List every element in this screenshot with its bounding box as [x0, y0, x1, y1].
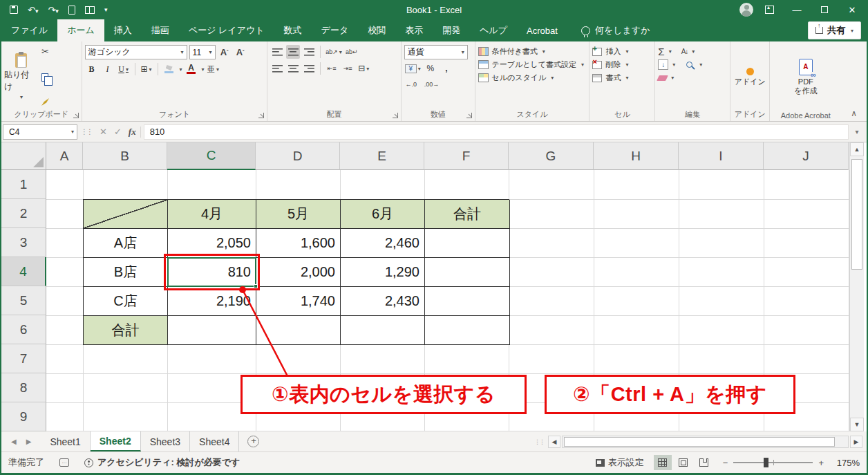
column-header-e[interactable]: E [340, 142, 424, 170]
comma-style-button[interactable]: , [440, 62, 453, 75]
table-corner-cell[interactable] [84, 200, 168, 229]
autosum-button[interactable]: Σ [658, 46, 664, 57]
cell-e4[interactable]: 1,290 [341, 258, 425, 287]
tab-formulas[interactable]: 数式 [274, 19, 312, 41]
header-cell-may[interactable]: 5月 [256, 200, 341, 229]
insert-function-icon[interactable]: fx [129, 127, 136, 138]
row-header-2[interactable]: 2 [1, 199, 46, 228]
tab-help[interactable]: ヘルプ [470, 19, 517, 41]
merge-center-button[interactable]: ⊟▾ [357, 62, 370, 75]
zoom-slider-thumb[interactable] [764, 458, 768, 467]
scroll-down-icon[interactable]: ▼ [850, 418, 864, 431]
conditional-formatting-button[interactable]: 条件付き書式▾ [478, 45, 587, 58]
addins-button[interactable]: アドイン [733, 45, 766, 109]
expand-formula-bar-icon[interactable]: ▾ [849, 128, 865, 136]
row-header-6[interactable]: 6 [1, 315, 46, 344]
formula-input[interactable]: 810 [144, 124, 849, 140]
tab-data[interactable]: データ [312, 19, 359, 41]
vertical-scroll-thumb[interactable] [851, 159, 862, 270]
tab-developer[interactable]: 開発 [433, 19, 470, 41]
orientation-button[interactable]: ab↗▾ [325, 45, 343, 59]
row-header-8[interactable]: 8 [1, 373, 46, 402]
horizontal-scroll-thumb[interactable] [564, 437, 835, 447]
fill-color-button[interactable] [162, 62, 176, 76]
cell-c6[interactable] [168, 316, 256, 345]
underline-button[interactable]: U▾ [117, 62, 131, 76]
scroll-left-icon[interactable]: ◀ [548, 436, 560, 448]
tab-insert[interactable]: 挿入 [104, 19, 142, 41]
row-header-3[interactable]: 3 [1, 228, 46, 257]
enter-icon[interactable]: ✓ [114, 127, 122, 137]
column-header-c[interactable]: C [167, 142, 256, 170]
tab-view[interactable]: 表示 [395, 19, 433, 41]
column-header-h[interactable]: H [594, 142, 679, 170]
name-box[interactable]: C4▾ [3, 124, 77, 140]
format-cells-button[interactable]: 書式▾ [592, 71, 652, 84]
format-as-table-button[interactable]: テーブルとして書式設定▾ [478, 58, 587, 71]
align-middle-icon[interactable] [286, 45, 300, 59]
maximize-button[interactable] [813, 1, 836, 19]
sheet-tab-sheet3[interactable]: Sheet3 [141, 431, 190, 451]
wrap-text-button[interactable]: ab↵ [345, 45, 359, 59]
account-avatar[interactable] [739, 3, 753, 17]
row-header-9[interactable]: 9 [1, 402, 46, 431]
page-layout-view-button[interactable] [674, 455, 692, 470]
zoom-in-icon[interactable]: + [818, 458, 824, 468]
align-top-icon[interactable] [270, 45, 284, 59]
decrease-decimal-button[interactable]: .00→ [424, 77, 440, 91]
cell-c5[interactable]: 2,190 [168, 287, 256, 316]
column-header-j[interactable]: J [764, 142, 849, 170]
align-bottom-icon[interactable] [302, 45, 316, 59]
font-size-combo[interactable]: 11▾ [189, 45, 216, 59]
form-icon[interactable] [85, 6, 95, 14]
cancel-icon[interactable]: ✕ [100, 127, 107, 137]
column-header-b[interactable]: B [83, 142, 167, 170]
sheet-tab-sheet2[interactable]: Sheet2 [91, 431, 141, 451]
cell-d6[interactable] [256, 316, 341, 345]
customize-qat-icon[interactable]: ▾ [104, 6, 108, 13]
header-cell-jun[interactable]: 6月 [341, 200, 425, 229]
font-name-combo[interactable]: 游ゴシック▾ [85, 45, 187, 59]
cell-b5[interactable]: C店 [84, 287, 168, 316]
borders-button[interactable]: ⊞▾ [140, 62, 153, 76]
number-dialog-launcher[interactable] [466, 113, 472, 118]
redo-button[interactable]: ↷▾ [48, 5, 58, 15]
clear-button[interactable] [657, 75, 668, 81]
print-preview-icon[interactable] [68, 6, 75, 15]
display-settings-button[interactable]: 表示設定 [596, 456, 644, 469]
save-icon[interactable] [10, 6, 18, 14]
zoom-slider[interactable] [733, 462, 813, 463]
grow-font-button[interactable]: Aˆ [218, 46, 232, 59]
accessibility-status[interactable]: アクセシビリティ: 検討が必要です [84, 456, 240, 469]
select-all-corner[interactable] [1, 142, 46, 170]
column-header-i[interactable]: I [679, 142, 764, 170]
new-sheet-icon[interactable]: + [247, 436, 259, 447]
cell-f4[interactable] [425, 258, 510, 287]
alignment-dialog-launcher[interactable] [393, 113, 398, 118]
zoom-out-icon[interactable]: − [723, 458, 728, 468]
copy-icon[interactable] [41, 73, 48, 82]
sheet-tab-sheet1[interactable]: Sheet1 [41, 431, 90, 451]
cut-icon[interactable]: ✂ [41, 46, 49, 57]
row-header-4[interactable]: 4 [1, 257, 46, 286]
percent-style-button[interactable]: % [424, 62, 437, 75]
align-center-icon[interactable] [286, 62, 300, 75]
vertical-scrollbar[interactable]: ▲ ▼ [849, 142, 864, 431]
cell-b3[interactable]: A店 [84, 229, 168, 258]
align-right-icon[interactable] [302, 62, 316, 75]
collapse-ribbon-icon[interactable]: ∧ [841, 109, 867, 121]
sort-filter-button[interactable]: A↓ [681, 48, 688, 55]
cell-d5[interactable]: 1,740 [256, 287, 341, 316]
header-cell-total[interactable]: 合計 [425, 200, 510, 229]
font-color-button[interactable]: A [185, 62, 198, 76]
sheet-nav-left-icon[interactable]: ◀ [11, 438, 17, 445]
cell-e3[interactable]: 2,460 [341, 229, 425, 258]
ribbon-display-options-icon[interactable] [757, 1, 781, 19]
column-header-a[interactable]: A [46, 142, 83, 170]
page-break-view-button[interactable] [695, 455, 713, 470]
close-button[interactable]: ✕ [840, 1, 864, 19]
cell-b6-total[interactable]: 合計 [84, 316, 168, 345]
shrink-font-button[interactable]: Aˇ [234, 46, 247, 59]
phonetic-button[interactable]: 亜▾ [207, 62, 220, 76]
column-header-d[interactable]: D [256, 142, 340, 170]
